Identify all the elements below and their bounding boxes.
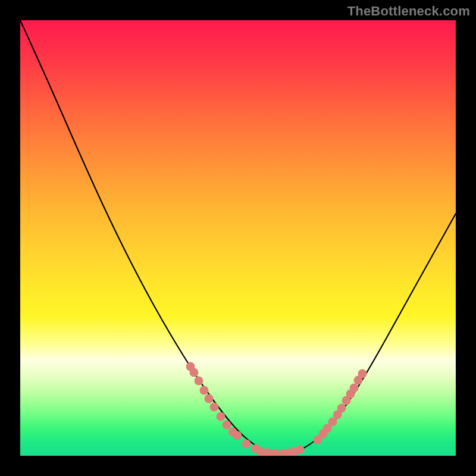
watermark-text: TheBottleneck.com [347,4,470,19]
chart-svg [20,20,456,456]
data-dot [200,386,209,395]
data-dot [190,368,199,377]
data-dot [210,403,219,412]
data-dot [358,369,367,378]
chart-plot-area [20,20,456,456]
data-dot [337,404,346,413]
data-dot [233,431,242,440]
data-dot [242,440,251,449]
data-dot [223,421,231,430]
data-dot [195,377,203,386]
data-dot [205,394,214,403]
data-dot [296,446,305,455]
left-curve [20,20,279,455]
data-dot [350,384,359,393]
data-dot [217,412,226,421]
data-dots [186,362,367,456]
right-curve [279,214,456,455]
